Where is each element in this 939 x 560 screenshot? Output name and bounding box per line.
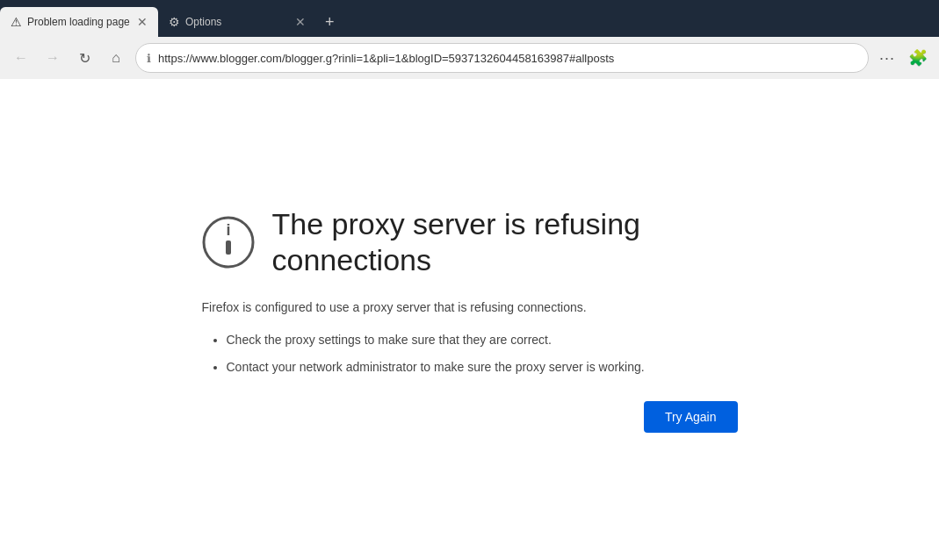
try-again-button[interactable]: Try Again: [644, 401, 738, 433]
tab-options-title: Options: [185, 16, 290, 28]
error-description: Firefox is configured to use a proxy ser…: [202, 298, 738, 317]
reload-button[interactable]: ↻: [72, 46, 97, 70]
new-tab-button[interactable]: +: [316, 7, 343, 37]
toolbar: ← → ↻ ⌂ ℹ https://www.blogger.com/blogge…: [0, 37, 939, 79]
tab-error[interactable]: ⚠ Problem loading page ✕: [0, 7, 158, 37]
tab-bar: ⚠ Problem loading page ✕ ⚙ Options ✕ +: [0, 0, 939, 37]
tab-warning-icon: ⚠: [11, 15, 22, 29]
tab-gear-icon: ⚙: [169, 15, 180, 29]
forward-button[interactable]: →: [40, 46, 65, 70]
extensions-button[interactable]: 🧩: [906, 46, 930, 70]
svg-text:i: i: [226, 221, 230, 239]
error-page: i The proxy server is refusing connectio…: [0, 79, 939, 560]
home-button[interactable]: ⌂: [104, 46, 128, 70]
error-container: i The proxy server is refusing connectio…: [184, 189, 755, 451]
address-info-icon: ℹ: [147, 52, 151, 65]
error-bullet-2: Contact your network administrator to ma…: [227, 358, 738, 377]
error-title: The proxy server is refusing connections: [272, 206, 738, 278]
more-button[interactable]: ···: [876, 49, 899, 68]
svg-rect-2: [226, 241, 231, 255]
error-header: i The proxy server is refusing connectio…: [202, 206, 738, 278]
browser-chrome: ⚠ Problem loading page ✕ ⚙ Options ✕ + ←…: [0, 0, 939, 79]
tab-close-options[interactable]: ✕: [295, 15, 306, 29]
tab-options[interactable]: ⚙ Options ✕: [158, 7, 316, 37]
error-bullet-1: Check the proxy settings to make sure th…: [227, 331, 738, 349]
back-button[interactable]: ←: [9, 46, 33, 70]
info-circle-icon: i: [202, 216, 255, 269]
error-list: Check the proxy settings to make sure th…: [202, 331, 738, 377]
tab-error-title: Problem loading page: [27, 16, 132, 28]
tab-close-error[interactable]: ✕: [137, 15, 148, 29]
address-url: https://www.blogger.com/blogger.g?rinli=…: [158, 52, 857, 65]
browser-window: ⚠ Problem loading page ✕ ⚙ Options ✕ + ←…: [0, 0, 939, 560]
address-bar[interactable]: ℹ https://www.blogger.com/blogger.g?rinl…: [135, 43, 869, 73]
